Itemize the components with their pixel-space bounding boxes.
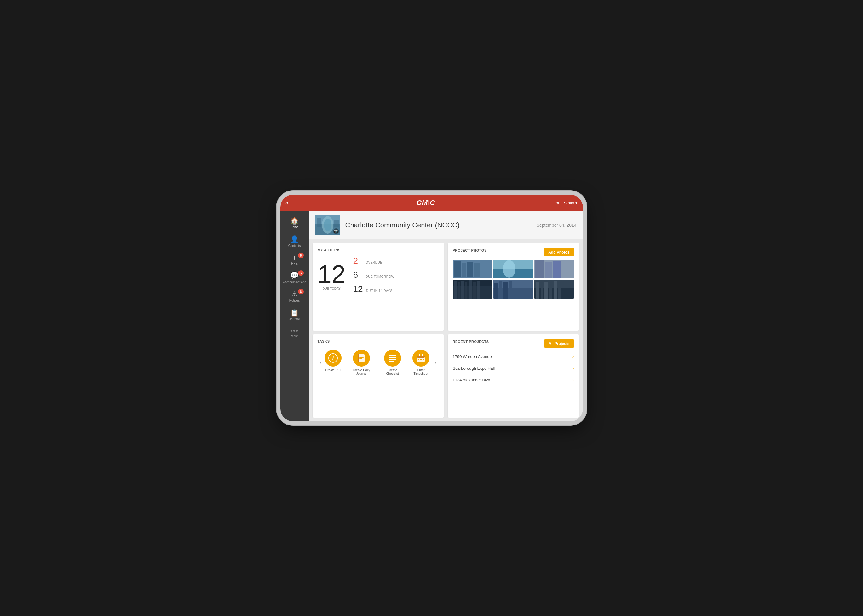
tasks-carousel: ‹ i Create RFI <box>318 347 439 378</box>
communications-badge: 12 <box>298 270 304 276</box>
sidebar-item-more[interactable]: ••• More <box>280 324 309 341</box>
project-header: Charlotte Community Center (NCCC) Septem… <box>309 211 583 239</box>
due-14-label: DUE IN 14 DAYS <box>366 289 392 292</box>
create-checklist-icon <box>384 350 401 366</box>
tasks-card: TASKS ‹ i Create RF <box>313 335 444 418</box>
svg-rect-20 <box>454 281 457 299</box>
task-create-rfi[interactable]: i Create RFI <box>324 350 342 376</box>
enter-timesheet-icon <box>413 350 430 366</box>
svg-rect-29 <box>494 283 498 299</box>
add-photos-button[interactable]: Add Photos <box>544 248 574 256</box>
svg-rect-50 <box>389 359 396 360</box>
svg-rect-36 <box>541 283 543 299</box>
tablet-frame: « CMiC John Smith ▾ 🏠 Home 👤 Contacts 6 … <box>280 195 583 421</box>
recent-project-item-3[interactable]: 1124 Alexander Blvd. › <box>453 374 574 385</box>
rfis-icon: i <box>294 254 296 261</box>
svg-rect-58 <box>422 359 424 360</box>
photo-thumb-5[interactable] <box>493 280 533 299</box>
tasks-title: TASKS <box>318 339 439 343</box>
collapse-button[interactable]: « <box>285 200 288 206</box>
svg-rect-46 <box>359 358 362 359</box>
overdue-number: 2 <box>353 256 362 266</box>
svg-rect-8 <box>461 262 466 277</box>
svg-rect-47 <box>357 354 359 362</box>
svg-rect-55 <box>422 354 423 357</box>
top-bar: « CMiC John Smith ▾ <box>280 195 583 211</box>
svg-rect-51 <box>389 361 394 361</box>
sidebar-item-rfis[interactable]: 6 i RFIs <box>280 251 309 268</box>
home-icon: 🏠 <box>290 217 299 225</box>
project-info: Charlotte Community Center (NCCC) <box>345 221 532 229</box>
svg-rect-44 <box>359 356 364 357</box>
all-projects-button[interactable]: All Projects <box>544 339 574 348</box>
svg-rect-24 <box>469 280 472 299</box>
svg-rect-49 <box>389 357 396 358</box>
recent-projects-card: RECENT PROJECTS All Projects 1790 Warden… <box>448 335 579 418</box>
sidebar: 🏠 Home 👤 Contacts 6 i RFIs 12 💬 Communic… <box>280 211 309 421</box>
stat-row-due-tomorrow: 6 DUE TOMORROW <box>353 270 439 282</box>
recent-project-item-1[interactable]: 1790 Warden Avenue › <box>453 351 574 363</box>
photo-thumb-2[interactable] <box>493 259 533 278</box>
svg-rect-48 <box>389 355 396 356</box>
photo-thumb-3[interactable] <box>534 259 574 278</box>
svg-text:i: i <box>332 355 334 361</box>
photos-header: PROJECT PHOTOS Add Photos <box>453 248 574 256</box>
sidebar-item-journal[interactable]: 📋 Journal <box>280 305 309 324</box>
photos-title: PROJECT PHOTOS <box>453 248 487 252</box>
overdue-label: OVERDUE <box>365 261 382 264</box>
svg-rect-53 <box>417 355 425 358</box>
sidebar-item-communications[interactable]: 12 💬 Communications <box>280 268 309 287</box>
sidebar-item-notices[interactable]: 6 ⚠ Notices <box>280 287 309 305</box>
photo-thumb-1[interactable] <box>453 259 493 278</box>
svg-rect-57 <box>420 359 422 360</box>
create-daily-journal-icon <box>353 350 370 366</box>
svg-rect-56 <box>418 359 419 360</box>
photo-thumb-4[interactable] <box>453 280 493 299</box>
main-layout: 🏠 Home 👤 Contacts 6 i RFIs 12 💬 Communic… <box>280 211 583 421</box>
photos-grid <box>453 259 574 299</box>
recent-projects-title: RECENT PROJECTS <box>453 340 489 344</box>
photo-thumb-6[interactable] <box>534 280 574 299</box>
carousel-prev-button[interactable]: ‹ <box>318 358 324 367</box>
project-name: Charlotte Community Center (NCCC) <box>345 221 532 229</box>
sidebar-label-notices: Notices <box>289 299 300 302</box>
svg-rect-23 <box>465 281 467 299</box>
project-thumbnail[interactable] <box>315 215 340 235</box>
svg-rect-17 <box>553 261 561 278</box>
svg-rect-16 <box>545 262 552 278</box>
chevron-right-icon-3: › <box>573 377 574 382</box>
svg-rect-30 <box>499 281 502 299</box>
svg-rect-21 <box>458 282 460 299</box>
svg-rect-45 <box>359 357 364 358</box>
svg-rect-25 <box>473 282 476 299</box>
my-actions-card: MY ACTIONS 12 DUE TODAY 2 OVERDUE <box>313 243 444 331</box>
project-date: September 04, 2014 <box>537 223 576 228</box>
svg-rect-7 <box>454 261 461 277</box>
create-checklist-label: Create Checklist <box>381 368 403 376</box>
sidebar-item-home[interactable]: 🏠 Home <box>280 214 309 232</box>
create-rfi-icon: i <box>324 350 342 366</box>
sidebar-item-contacts[interactable]: 👤 Contacts <box>280 232 309 251</box>
user-menu[interactable]: John Smith ▾ <box>554 201 578 205</box>
svg-rect-43 <box>358 354 365 362</box>
svg-rect-35 <box>536 282 539 299</box>
more-icon: ••• <box>290 327 299 335</box>
sidebar-label-rfis: RFIs <box>291 262 298 265</box>
recent-project-item-2[interactable]: Scarborough Expo Hall › <box>453 363 574 374</box>
sidebar-label-more: More <box>291 335 298 338</box>
user-dropdown-icon: ▾ <box>575 201 578 205</box>
task-create-daily-journal[interactable]: Create Daily Journal <box>348 350 375 376</box>
create-rfi-label: Create RFI <box>325 368 340 372</box>
task-create-checklist[interactable]: Create Checklist <box>381 350 403 376</box>
my-actions-title: MY ACTIONS <box>318 248 439 252</box>
project-photos-card: PROJECT PHOTOS Add Photos <box>448 243 579 331</box>
top-bar-left: « <box>285 200 298 206</box>
dashboard: MY ACTIONS 12 DUE TODAY 2 OVERDUE <box>309 239 583 421</box>
actions-content: 12 DUE TODAY 2 OVERDUE 6 DUE TOMORROW <box>318 256 439 296</box>
due-today-block: 12 DUE TODAY <box>318 262 346 291</box>
task-enter-timesheet[interactable]: Enter Timesheet <box>410 350 432 376</box>
carousel-next-button[interactable]: › <box>432 358 439 367</box>
due-14-number: 12 <box>353 284 363 294</box>
recent-project-name-1: 1790 Warden Avenue <box>453 354 492 359</box>
rfis-badge: 6 <box>298 253 304 258</box>
